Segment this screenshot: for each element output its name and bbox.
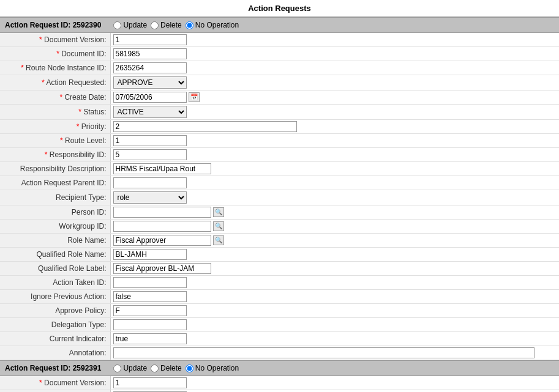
field-label: * Document Version: <box>0 376 110 390</box>
section-title: Action Request ID: 2592390 <box>5 21 101 29</box>
form-row: * Status:ACTIVEINACTIVE <box>0 105 559 120</box>
page-title: Action Requests <box>0 0 559 17</box>
field-label: * Status: <box>0 105 110 120</box>
required-star: * <box>45 150 50 159</box>
select-input[interactable]: ACTIVEINACTIVE <box>113 106 187 118</box>
form-table-0: * Document Version:* Document ID:* Route… <box>0 33 559 360</box>
search-icon[interactable]: 🔍 <box>213 221 224 231</box>
form-row: Ignore Previous Action: <box>0 290 559 304</box>
required-star: * <box>77 122 81 131</box>
field-label: Annotation: <box>0 346 110 360</box>
search-icon[interactable]: 🔍 <box>213 207 224 217</box>
field-label: * Route Level: <box>0 134 110 148</box>
text-input[interactable] <box>113 291 187 302</box>
radio-update[interactable] <box>113 364 121 372</box>
radio-delete[interactable] <box>151 364 159 372</box>
form-row: * Action Requested:APPROVECOMPLETEACKNOW… <box>0 75 559 91</box>
text-input[interactable] <box>113 305 187 316</box>
form-row: Responsibility Description: <box>0 162 559 176</box>
field-label: Qualified Role Name: <box>0 248 110 262</box>
date-input[interactable] <box>113 92 187 103</box>
field-label: * Create Date: <box>0 91 110 105</box>
radio-label-delete[interactable]: Delete <box>151 21 182 29</box>
form-row: Annotation: <box>0 346 559 360</box>
text-input[interactable] <box>113 277 187 288</box>
form-row: Recipient Type:roleuserworkgroup <box>0 190 559 205</box>
text-input[interactable] <box>113 149 187 160</box>
text-input[interactable] <box>113 135 187 146</box>
field-label: Recipient Type: <box>0 190 110 205</box>
radio-noop[interactable] <box>186 364 193 372</box>
field-label: * Document ID: <box>0 47 110 61</box>
field-value <box>110 262 559 276</box>
radio-update[interactable] <box>113 21 121 29</box>
field-value <box>110 346 559 360</box>
required-star: * <box>21 64 26 72</box>
radio-label-delete[interactable]: Delete <box>151 364 182 372</box>
form-row: Action Taken ID: <box>0 276 559 290</box>
field-value <box>110 134 559 148</box>
required-star: * <box>78 108 83 116</box>
text-input[interactable] <box>113 347 535 358</box>
radio-label-update[interactable]: Update <box>113 21 147 29</box>
form-row: * Document ID: <box>0 390 559 393</box>
field-value <box>110 290 559 304</box>
field-value: ACTIVEINACTIVE <box>110 105 559 120</box>
text-input[interactable] <box>113 121 297 132</box>
field-label: * Document Version: <box>0 33 110 47</box>
required-star: * <box>59 93 64 102</box>
field-label: Ignore Previous Action: <box>0 290 110 304</box>
section-header-0: Action Request ID: 2592390UpdateDeleteNo… <box>0 17 559 33</box>
form-row: * Document Version: <box>0 376 559 390</box>
form-row: Qualified Role Name: <box>0 248 559 262</box>
form-table-1: * Document Version:* Document ID:* Route… <box>0 376 559 392</box>
field-value <box>110 162 559 176</box>
text-input[interactable] <box>113 177 187 188</box>
text-input[interactable] <box>113 333 187 344</box>
text-input[interactable] <box>113 34 187 45</box>
field-value <box>110 61 559 75</box>
form-row: Action Request Parent ID: <box>0 176 559 190</box>
form-row: Delegation Type: <box>0 318 559 332</box>
section-title: Action Request ID: 2592391 <box>5 364 101 372</box>
search-text-input[interactable] <box>113 221 211 232</box>
field-label: * Route Node Instance ID: <box>0 61 110 75</box>
radio-noop[interactable] <box>186 21 193 29</box>
search-text-input[interactable] <box>113 235 211 246</box>
radio-label-noop[interactable]: No Operation <box>186 21 239 29</box>
operation-radio-group: UpdateDeleteNo Operation <box>113 364 239 372</box>
radio-label-noop[interactable]: No Operation <box>186 364 239 372</box>
text-input[interactable] <box>113 319 187 330</box>
radio-label-update[interactable]: Update <box>113 364 147 372</box>
calendar-icon[interactable]: 📅 <box>189 92 200 102</box>
text-input[interactable] <box>113 377 187 388</box>
field-value <box>110 248 559 262</box>
radio-delete[interactable] <box>151 21 159 29</box>
form-row: * Route Node Instance ID: <box>0 61 559 75</box>
field-label: Role Name: <box>0 234 110 248</box>
text-input[interactable] <box>113 48 187 59</box>
text-input[interactable] <box>113 263 211 274</box>
search-text-input[interactable] <box>113 207 211 218</box>
field-value: 🔍 <box>110 205 559 220</box>
field-label: Action Taken ID: <box>0 276 110 290</box>
field-value <box>110 276 559 290</box>
search-icon[interactable]: 🔍 <box>213 235 224 245</box>
field-label: * Document ID: <box>0 390 110 393</box>
section-header-1: Action Request ID: 2592391UpdateDeleteNo… <box>0 360 559 376</box>
text-input[interactable] <box>113 62 187 73</box>
text-input[interactable] <box>113 163 211 174</box>
field-value: APPROVECOMPLETEACKNOWLEDGEFYI <box>110 75 559 91</box>
text-input[interactable] <box>113 249 187 260</box>
select-input[interactable]: APPROVECOMPLETEACKNOWLEDGEFYI <box>113 76 187 89</box>
field-value <box>110 120 559 134</box>
field-value <box>110 390 559 393</box>
field-label: Action Request Parent ID: <box>0 176 110 190</box>
required-star: * <box>39 35 44 44</box>
form-row: * Priority: <box>0 120 559 134</box>
select-input[interactable]: roleuserworkgroup <box>113 191 187 204</box>
field-value <box>110 304 559 318</box>
form-row: * Create Date:📅 <box>0 91 559 105</box>
field-label: Current Indicator: <box>0 332 110 346</box>
required-star: * <box>60 136 65 145</box>
